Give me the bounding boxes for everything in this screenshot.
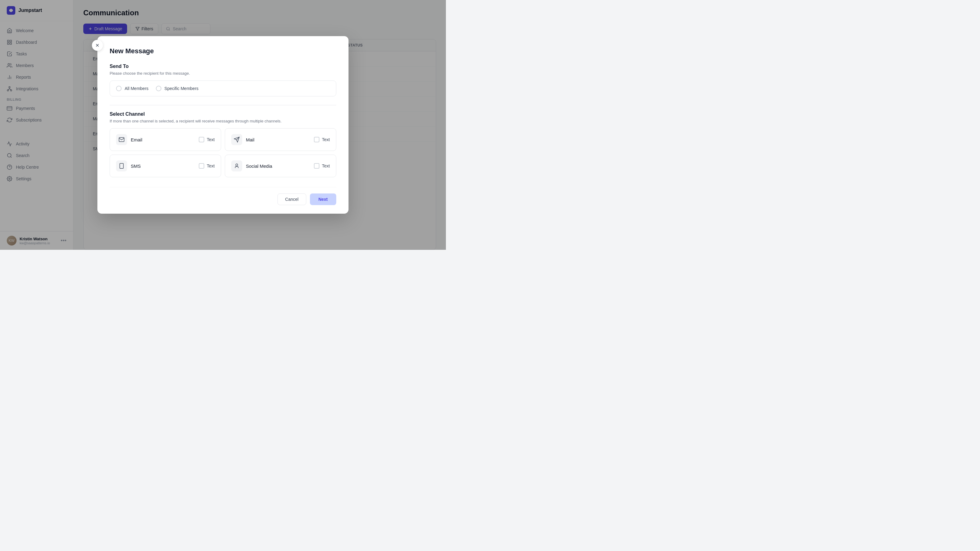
email-channel-icon: [116, 134, 127, 145]
channel-card-sms[interactable]: SMS Text: [110, 155, 221, 177]
section-divider: [110, 105, 336, 105]
radio-circle-all: [116, 86, 122, 91]
modal-footer: Cancel Next: [110, 187, 336, 205]
send-icon: [234, 137, 240, 143]
social-channel-icon: [231, 160, 242, 171]
next-button[interactable]: Next: [310, 194, 336, 205]
smartphone-icon: [119, 163, 125, 169]
checkbox-sms[interactable]: [199, 163, 204, 169]
channel-title: Select Channel: [110, 111, 336, 117]
radio-circle-specific: [156, 86, 161, 91]
modal-overlay: New Message Send To Please choose the re…: [0, 0, 446, 250]
checkbox-email[interactable]: [199, 137, 204, 142]
svg-rect-30: [120, 164, 123, 169]
channel-name-mail: Mail: [246, 137, 255, 142]
checkbox-mail[interactable]: [314, 137, 320, 142]
channel-card-social[interactable]: Social Media Text: [225, 155, 336, 177]
channel-text-email: Text: [207, 137, 215, 142]
radio-specific-members[interactable]: Specific Members: [156, 86, 199, 91]
recipient-radio-group: All Members Specific Members: [110, 81, 336, 97]
mail-icon: [119, 137, 125, 143]
channels-grid: Email Text Mail: [110, 128, 336, 177]
channel-card-mail[interactable]: Mail Text: [225, 128, 336, 151]
modal-wrapper: New Message Send To Please choose the re…: [97, 36, 348, 214]
channel-card-email[interactable]: Email Text: [110, 128, 221, 151]
channel-name-social: Social Media: [246, 164, 272, 169]
close-modal-button[interactable]: [92, 40, 103, 51]
radio-all-members[interactable]: All Members: [116, 86, 148, 91]
social-icon: [234, 163, 240, 169]
mail-channel-icon: [231, 134, 242, 145]
select-channel-section: Select Channel If more than one channel …: [110, 111, 336, 177]
close-icon: [95, 43, 100, 48]
cancel-button[interactable]: Cancel: [277, 194, 306, 205]
channel-desc: If more than one channel is selected, a …: [110, 119, 336, 123]
sms-channel-icon: [116, 160, 127, 171]
channel-text-sms: Text: [207, 164, 215, 168]
checkbox-social[interactable]: [314, 163, 320, 169]
channel-name-email: Email: [131, 137, 142, 142]
channel-name-sms: SMS: [131, 164, 141, 169]
new-message-modal: New Message Send To Please choose the re…: [97, 36, 348, 214]
modal-title: New Message: [110, 47, 336, 55]
svg-point-32: [236, 164, 238, 166]
send-to-section: Send To Please choose the recipient for …: [110, 64, 336, 97]
channel-text-social: Text: [322, 164, 330, 168]
send-to-desc: Please choose the recipient for this mes…: [110, 71, 336, 76]
radio-label-all: All Members: [125, 86, 148, 91]
send-to-title: Send To: [110, 64, 336, 69]
radio-label-specific: Specific Members: [164, 86, 199, 91]
channel-text-mail: Text: [322, 137, 330, 142]
